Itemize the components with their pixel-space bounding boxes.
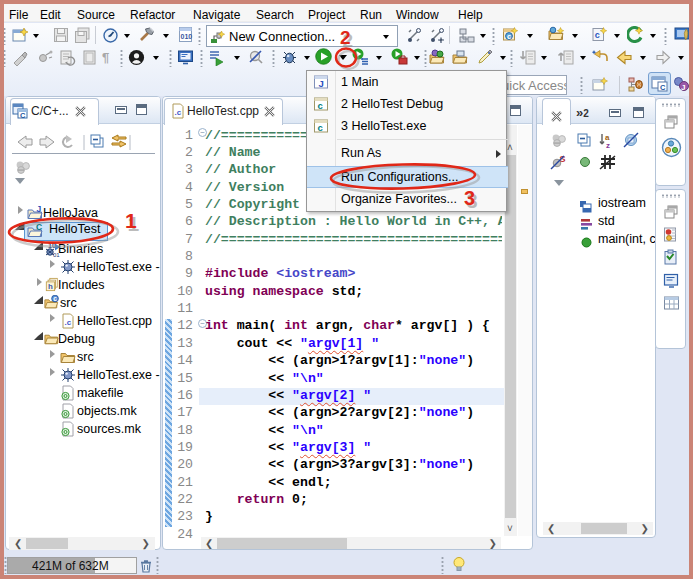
svg-text:c: c <box>595 30 600 40</box>
svg-text:.c: .c <box>65 318 72 327</box>
svg-text:c: c <box>318 100 323 111</box>
svg-text:c: c <box>318 122 323 133</box>
svg-text:z: z <box>606 141 610 149</box>
svg-text:J: J <box>319 78 324 89</box>
svg-text:h: h <box>48 282 53 291</box>
svg-text:C: C <box>660 83 666 92</box>
svg-text:010: 010 <box>181 33 193 40</box>
svg-text:10: 10 <box>48 242 56 249</box>
svg-text:c: c <box>53 295 57 302</box>
svg-text:J: J <box>37 205 42 214</box>
svg-text:C: C <box>36 223 42 232</box>
svg-text:.c: .c <box>175 108 182 117</box>
svg-text:J: J <box>681 83 685 92</box>
svg-text:c: c <box>507 32 511 41</box>
